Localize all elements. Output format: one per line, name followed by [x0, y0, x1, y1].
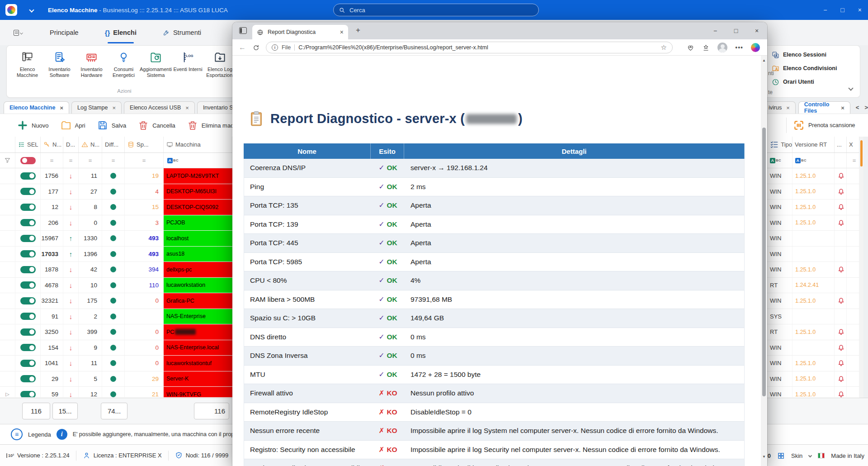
machine-row[interactable]: 29↓529Server-K	[0, 371, 232, 387]
apri-button[interactable]: Apri	[61, 120, 85, 131]
browser-minimize-button[interactable]: −	[705, 22, 726, 39]
filter-operator[interactable]: =	[847, 153, 859, 168]
document-tab-log-stampe[interactable]: Log Stampe×	[71, 101, 122, 114]
document-tab-controllo-files[interactable]: Controllo Files×	[798, 101, 850, 114]
type-version-row[interactable]: WIN1.25.1.0	[767, 356, 859, 371]
ribbon-button-elenco-log-esportazioni[interactable]: Elenco Log Esportazioni	[204, 48, 236, 78]
ribbon-button-eventi-interni[interactable]: LOGEventi Interni	[172, 48, 204, 78]
machine-row[interactable]: 12↓815DESKTOP-CIQS092	[0, 200, 232, 215]
machine-row[interactable]: 17033↑1396493asus18	[0, 247, 232, 262]
filter-operator[interactable]: =	[102, 153, 125, 168]
toggle-cell[interactable]	[15, 278, 41, 293]
ribbon-tab-strumenti[interactable]: Strumenti	[163, 20, 201, 45]
close-icon[interactable]: ×	[841, 105, 844, 111]
type-version-row[interactable]: WIN1.25.1.0	[767, 168, 859, 184]
type-version-row[interactable]: RT1.25.1.0	[767, 324, 859, 340]
ribbon-button-consumi-energetici[interactable]: Consumi Energetici	[108, 48, 140, 78]
machine-row[interactable]: 3250↓3990PC	[0, 324, 232, 340]
scroll-up-icon[interactable]: ▲	[761, 57, 767, 64]
close-icon[interactable]: ×	[112, 105, 116, 111]
filter-text[interactable]: ABC	[767, 153, 793, 168]
toggle-cell[interactable]	[15, 168, 41, 184]
ribbon-button-elenco-macchine[interactable]: Elenco Macchine	[11, 48, 43, 78]
machine-row[interactable]: 4678↓10110lucaworkstation	[0, 278, 232, 294]
column-header-tipo[interactable]: Tipo	[767, 137, 793, 152]
column-header-n[interactable]: N...	[79, 137, 102, 152]
column-header-sel[interactable]: SEL	[15, 137, 41, 152]
document-tab-ivirus[interactable]: ivirus×	[767, 101, 796, 114]
scroll-down-icon[interactable]: ▼	[761, 453, 767, 460]
column-header-x[interactable]: X	[847, 137, 859, 152]
filter-toggle[interactable]	[15, 153, 41, 168]
salva-button[interactable]: Salva	[97, 120, 127, 131]
filter-operator[interactable]: =	[41, 153, 63, 168]
toggle-cell[interactable]	[15, 293, 41, 309]
browser-menu-icon[interactable]: •••	[735, 44, 743, 51]
filter-text[interactable]: ABC	[793, 153, 835, 168]
type-version-row[interactable]: WIN	[767, 340, 859, 356]
address-bar[interactable]: i File C:/Program%20Files%20(x86)/Enterp…	[266, 42, 673, 53]
ribbon-tab-elenchi[interactable]: {}Elenchi	[105, 20, 137, 45]
filter-operator[interactable]: =	[79, 153, 102, 168]
page-info-icon[interactable]: i	[272, 44, 278, 51]
machine-row[interactable]: 1878↓42394dellxps-pc	[0, 262, 232, 278]
column-header-[interactable]: ...	[835, 137, 847, 152]
tab-close-icon[interactable]: ×	[340, 29, 344, 36]
reload-button[interactable]	[250, 39, 262, 56]
type-version-row[interactable]: SYS	[767, 309, 859, 325]
machine-row[interactable]: 177↓274DESKTOP-M65UI3I	[0, 184, 232, 200]
column-header-n[interactable]: N...	[41, 137, 63, 152]
column-header-rowmarker[interactable]	[0, 137, 15, 152]
ribbon-tab-principale[interactable]: Principale	[50, 20, 79, 45]
favorite-star-icon[interactable]: ☆	[661, 43, 667, 52]
elenco-sessioni-button[interactable]: Elenco Sessioni	[767, 48, 860, 62]
toggle-cell[interactable]	[15, 309, 41, 324]
ribbon-button-inventario-hardware[interactable]: Inventario Hardware	[75, 48, 108, 78]
cancella-button[interactable]: Cancella	[138, 120, 175, 131]
ribbon-button-aggiornamenti-sistema[interactable]: Aggiornamenti Sistema	[140, 48, 172, 78]
type-version-row[interactable]: WIN1.25.1.0	[767, 293, 859, 309]
toggle-cell[interactable]	[15, 324, 41, 340]
ribbon-button-inventario-software[interactable]: Inventario Software	[43, 48, 75, 78]
toggle-cell[interactable]	[15, 231, 41, 246]
type-version-row[interactable]: WIN1.25.1.0	[767, 184, 859, 200]
machine-row[interactable]: 1756↓1119LAPTOP-M26V9TKT	[0, 168, 232, 184]
type-version-row[interactable]: WIN1.25.1.0	[767, 262, 859, 278]
app-menu-button[interactable]	[14, 29, 23, 36]
new-tab-button[interactable]: +	[354, 26, 363, 35]
column-header-versione-rt[interactable]: Versione RT	[793, 137, 835, 152]
filter-operator[interactable]: =	[63, 153, 79, 168]
toggle-cell[interactable]	[15, 262, 41, 277]
profile-avatar[interactable]	[717, 43, 727, 52]
toggle-cell[interactable]	[15, 247, 41, 262]
machine-row[interactable]: 1041↓110lucaworkstationtuf	[0, 356, 232, 371]
search-input[interactable]	[349, 6, 533, 14]
document-tab-elenco-macchine[interactable]: Elenco Macchine×	[4, 101, 69, 114]
type-version-row[interactable]: WIN1.25.1.0	[767, 200, 859, 215]
toggle-cell[interactable]	[15, 215, 41, 231]
type-version-row[interactable]: WIN1.25.1.0	[767, 215, 859, 231]
toggle-cell[interactable]	[15, 200, 41, 215]
machine-row[interactable]: 91↓2NAS-Enterprise	[0, 309, 232, 325]
grid-scrollbar[interactable]	[859, 137, 863, 398]
machine-row[interactable]: 154↓90NAS-Enterprise.local	[0, 340, 232, 356]
close-icon[interactable]: ×	[786, 105, 790, 111]
browser-tab[interactable]: Report Diagnostica ×	[252, 25, 348, 39]
document-tab-elenco-accessi-usb[interactable]: Elenco Accessi USB×	[124, 101, 195, 114]
toggle-cell[interactable]	[15, 371, 41, 387]
copilot-icon[interactable]	[751, 43, 760, 52]
type-version-row[interactable]: WIN	[767, 247, 859, 262]
book-scan-button[interactable]: Prenota scansione	[808, 122, 855, 128]
column-header-macchina[interactable]: Macchina	[164, 137, 232, 152]
tab-scroll-right-icon[interactable]: >	[864, 104, 868, 111]
filter-operator[interactable]: =	[125, 153, 164, 168]
toggle-cell[interactable]	[15, 387, 41, 397]
machine-row[interactable]: ▷59↓1221WIN-9KTVFG	[0, 387, 232, 397]
toggle-cell[interactable]	[15, 340, 41, 356]
column-header-sp[interactable]: Sp...	[125, 137, 164, 152]
tab-actions-icon[interactable]	[239, 27, 247, 34]
back-button[interactable]: ←	[236, 39, 249, 56]
machine-row[interactable]: 15967↑1330493localhost	[0, 231, 232, 247]
orari-utenti-button[interactable]: Orari Utenti	[767, 75, 860, 89]
type-version-row[interactable]: WIN1.25.1.0	[767, 371, 859, 387]
